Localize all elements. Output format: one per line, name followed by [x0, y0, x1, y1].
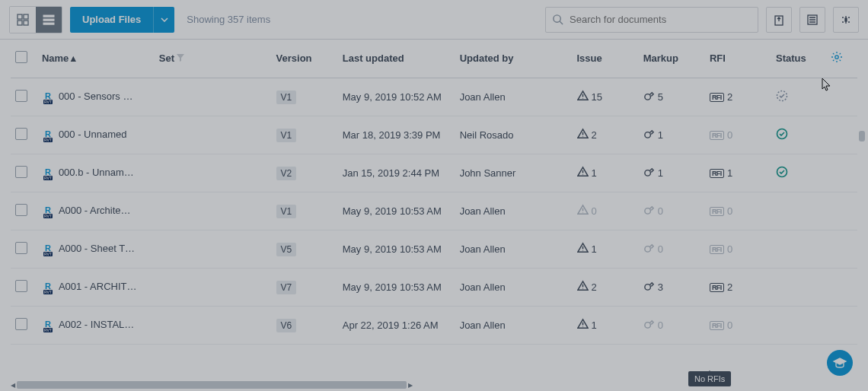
version-cell[interactable]: V5: [272, 230, 338, 268]
status-cell: [771, 78, 826, 116]
status-cell: [771, 116, 826, 154]
version-cell[interactable]: V6: [272, 306, 338, 344]
row-checkbox[interactable]: [15, 318, 27, 330]
version-cell[interactable]: V1: [272, 78, 338, 116]
set-cell: [155, 154, 272, 192]
version-cell[interactable]: V1: [272, 192, 338, 230]
file-name-cell[interactable]: RRVT000.b - Unnam…: [37, 154, 155, 192]
table-row[interactable]: RRVT000.b - Unnam…V2Jan 15, 2019 2:44 PM…: [11, 154, 857, 192]
grid-icon: [17, 14, 29, 26]
rfi-cell[interactable]: RFI2: [705, 78, 771, 116]
markup-cell[interactable]: 1: [639, 154, 705, 192]
status-cell: [771, 192, 826, 230]
col-issue[interactable]: Issue: [573, 40, 639, 78]
issue-icon: [577, 204, 589, 218]
issue-cell[interactable]: 1: [573, 230, 639, 268]
svg-point-20: [645, 285, 651, 291]
file-name-cell[interactable]: RRVTA000 - Sheet T…: [37, 230, 155, 268]
file-name-cell[interactable]: RRVT000 - Sensors …: [37, 78, 155, 116]
updated-cell: May 9, 2019 10:53 AM: [338, 192, 455, 230]
search-box[interactable]: [545, 7, 758, 33]
panel-button[interactable]: [833, 7, 859, 33]
markup-cell[interactable]: 0: [639, 306, 705, 344]
upload-button[interactable]: Upload Files: [70, 7, 153, 33]
help-button[interactable]: [827, 350, 853, 376]
col-markup[interactable]: Markup: [639, 40, 705, 78]
export-button[interactable]: [766, 7, 792, 33]
table-row[interactable]: RRVT000 - UnnamedV1Mar 18, 2019 3:39 PMN…: [11, 116, 857, 154]
markup-cell[interactable]: 0: [639, 230, 705, 268]
rfi-cell[interactable]: RFI0: [705, 306, 771, 344]
table-row[interactable]: RRVTA001 - ARCHIT…V7May 9, 2019 10:53 AM…: [11, 268, 857, 306]
panel-icon: [840, 14, 852, 26]
grid-view-button[interactable]: [10, 7, 36, 33]
col-version[interactable]: Version: [272, 40, 338, 78]
activity-icon: [806, 14, 819, 26]
set-cell: [155, 192, 272, 230]
row-checkbox[interactable]: [15, 166, 27, 178]
row-checkbox[interactable]: [15, 242, 27, 254]
issue-cell[interactable]: 15: [573, 78, 639, 116]
markup-cell[interactable]: 5: [639, 78, 705, 116]
toolbar: Upload Files Showing 357 items: [0, 0, 868, 40]
updated-cell: May 9, 2019 10:53 AM: [338, 268, 455, 306]
select-all-checkbox[interactable]: [15, 51, 27, 63]
rvt-file-icon: RRVT: [42, 129, 54, 141]
version-cell[interactable]: V1: [272, 116, 338, 154]
table-row[interactable]: RRVT000 - Sensors …V1May 9, 2019 10:52 A…: [11, 78, 857, 116]
activity-button[interactable]: [799, 7, 825, 33]
markup-cell[interactable]: 0: [639, 192, 705, 230]
set-cell: [155, 306, 272, 344]
markup-icon: [643, 318, 655, 332]
col-by[interactable]: Updated by: [455, 40, 573, 78]
rfi-cell[interactable]: RFI0: [705, 192, 771, 230]
issue-cell[interactable]: 2: [573, 116, 639, 154]
col-set[interactable]: Set: [155, 40, 272, 78]
rfi-cell[interactable]: RFI1: [705, 154, 771, 192]
rfi-cell[interactable]: RFI0: [705, 230, 771, 268]
rfi-icon: RFI: [710, 131, 724, 140]
row-checkbox[interactable]: [15, 128, 27, 140]
file-name-cell[interactable]: RRVTA001 - ARCHIT…: [37, 268, 155, 306]
table-row[interactable]: RRVTA002 - INSTAL…V6Apr 22, 2019 1:26 AM…: [11, 306, 857, 344]
issue-cell[interactable]: 1: [573, 154, 639, 192]
settings-gear-icon[interactable]: [831, 51, 843, 63]
svg-point-11: [835, 56, 838, 59]
row-checkbox[interactable]: [15, 280, 27, 292]
svg-point-14: [645, 132, 651, 138]
file-name-cell[interactable]: RRVTA000 - Archite…: [37, 192, 155, 230]
col-updated[interactable]: Last updated: [338, 40, 455, 78]
svg-point-18: [645, 208, 651, 215]
row-checkbox[interactable]: [15, 90, 27, 102]
svg-rect-0: [18, 14, 22, 19]
rfi-cell[interactable]: RFI0: [705, 116, 771, 154]
file-table: Name▴ Set Version Last updated Updated b…: [0, 40, 868, 345]
markup-icon: [643, 280, 655, 294]
col-status[interactable]: Status: [771, 40, 826, 78]
view-toggle: [9, 6, 62, 33]
table-row[interactable]: RRVTA000 - Archite…V1May 9, 2019 10:53 A…: [11, 192, 857, 230]
issue-cell[interactable]: 0: [573, 192, 639, 230]
rvt-file-icon: RRVT: [42, 281, 54, 293]
table-row[interactable]: RRVTA000 - Sheet T…V5May 9, 2019 10:53 A…: [11, 230, 857, 268]
file-name-cell[interactable]: RRVTA002 - INSTAL…: [37, 306, 155, 344]
rfi-cell[interactable]: RFI2: [705, 268, 771, 306]
list-view-button[interactable]: [36, 7, 62, 33]
col-rfi[interactable]: RFI: [705, 40, 771, 78]
issue-cell[interactable]: 2: [573, 268, 639, 306]
svg-point-16: [645, 170, 651, 176]
markup-cell[interactable]: 3: [639, 268, 705, 306]
version-cell[interactable]: V7: [272, 268, 338, 306]
vertical-scrollbar[interactable]: [859, 131, 865, 141]
version-cell[interactable]: V2: [272, 154, 338, 192]
updated-by-cell: Neil Rosado: [455, 116, 573, 154]
search-input[interactable]: [568, 13, 752, 26]
row-checkbox[interactable]: [15, 204, 27, 216]
updated-cell: May 9, 2019 10:53 AM: [338, 230, 455, 268]
markup-cell[interactable]: 1: [639, 116, 705, 154]
file-name-cell[interactable]: RRVT000 - Unnamed: [37, 116, 155, 154]
issue-cell[interactable]: 1: [573, 306, 639, 344]
col-name[interactable]: Name▴: [37, 40, 155, 78]
issue-icon: [577, 90, 589, 103]
upload-dropdown-button[interactable]: [153, 7, 174, 33]
